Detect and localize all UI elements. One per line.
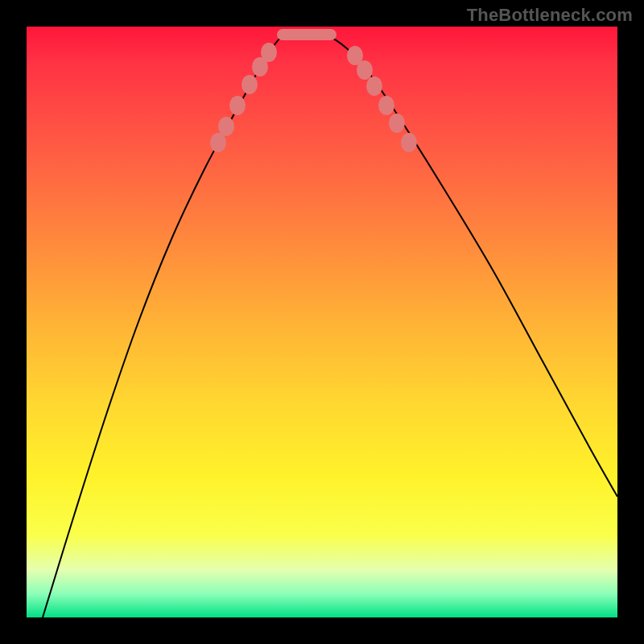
marker-dot bbox=[378, 96, 394, 115]
marker-dot bbox=[261, 43, 277, 62]
marker-dot bbox=[229, 96, 246, 115]
marker-dot bbox=[218, 117, 234, 136]
chart-frame: TheBottleneck.com bbox=[0, 0, 644, 644]
marker-dot bbox=[242, 75, 258, 94]
marker-dot bbox=[357, 60, 373, 80]
marker-dot bbox=[366, 76, 382, 96]
marker-dot bbox=[389, 114, 405, 133]
plot-area bbox=[27, 27, 617, 617]
marker-dot bbox=[401, 133, 417, 152]
markers-right bbox=[347, 46, 417, 152]
watermark-label: TheBottleneck.com bbox=[467, 5, 633, 26]
marker-dot bbox=[210, 133, 226, 152]
bottleneck-curve bbox=[43, 33, 617, 617]
chart-svg bbox=[27, 27, 617, 617]
